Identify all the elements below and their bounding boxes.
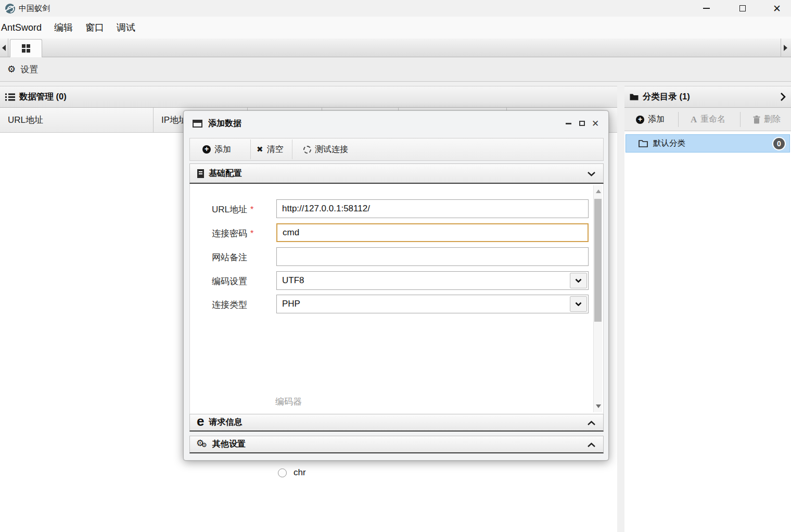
dialog-close-button[interactable]: ✕ — [589, 111, 602, 136]
chevron-up-icon — [587, 421, 596, 426]
gear-icon: ⚙ — [7, 64, 16, 75]
x-icon: ✖ — [257, 145, 263, 154]
panel-collapse-button[interactable] — [780, 92, 786, 102]
chevron-down-icon — [587, 171, 596, 176]
add-data-dialog: 添加数据 ✕ + 添加 ✖ 清空 测试连接 基础配置 URL地址* 连接密码* — [183, 110, 609, 461]
minimize-icon — [703, 8, 710, 9]
arrow-right-icon — [784, 45, 787, 51]
category-toolbar: + 添加 A 重命名 删除 — [624, 108, 791, 131]
list-icon — [5, 93, 15, 101]
chevron-down-icon — [575, 302, 582, 306]
tab-scroll-left-button[interactable] — [0, 39, 8, 57]
chevron-down-icon — [575, 278, 582, 283]
dialog-add-button[interactable]: + 添加 — [202, 138, 231, 160]
minimize-icon — [566, 123, 571, 124]
window-icon — [193, 120, 202, 128]
category-count-badge: 0 — [772, 137, 786, 150]
app-logo-icon — [5, 4, 15, 14]
encoding-label: 编码设置 — [212, 275, 247, 287]
scroll-down-icon[interactable] — [596, 404, 601, 408]
category-item-label: 默认分类 — [653, 138, 685, 149]
category-panel-title: 分类目录 (1) — [643, 91, 690, 103]
data-manager-title: 数据管理 (0) — [19, 91, 67, 103]
folder-outline-icon — [639, 140, 648, 147]
window-maximize-button[interactable] — [734, 0, 751, 17]
encoder-option-chr[interactable]: chr — [278, 467, 306, 478]
menu-debug[interactable]: 调试 — [110, 17, 142, 39]
maximize-icon — [739, 5, 746, 11]
form-scrollbar[interactable] — [593, 185, 602, 412]
scroll-up-icon[interactable] — [596, 189, 601, 193]
tab-scroll-right-button[interactable] — [781, 39, 790, 57]
radio-icon — [278, 468, 287, 477]
tab-home[interactable] — [10, 39, 42, 57]
dialog-maximize-button[interactable] — [575, 111, 589, 136]
tab-bar — [0, 39, 791, 57]
scrollbar-thumb[interactable] — [594, 199, 602, 322]
gears-icon: ⚙⚙ — [196, 439, 208, 450]
note-label: 网站备注 — [212, 251, 247, 263]
dialog-title: 添加数据 — [208, 118, 241, 129]
data-manager-header: 数据管理 (0) — [0, 86, 617, 108]
arrow-left-icon — [2, 45, 6, 51]
password-label: 连接密码* — [212, 227, 253, 239]
password-input[interactable] — [276, 223, 589, 242]
dialog-clear-button[interactable]: ✖ 清空 — [257, 138, 284, 160]
window-close-button[interactable]: ✕ — [768, 0, 786, 17]
category-item-default[interactable]: 默认分类 0 — [626, 134, 790, 153]
basic-config-form: URL地址* 连接密码* 网站备注 编码设置 UTF8 连接类型 PHP 编码器… — [189, 184, 604, 414]
menu-edit[interactable]: 编辑 — [48, 17, 79, 39]
dialog-minimize-button[interactable] — [562, 111, 575, 136]
spinner-icon — [303, 146, 311, 154]
menu-bar: AntSword 编辑 窗口 调试 — [0, 17, 791, 39]
request-icon: e — [197, 416, 204, 426]
section-other-settings[interactable]: ⚙⚙ 其他设置 — [189, 436, 604, 453]
document-icon — [197, 169, 204, 178]
url-input[interactable] — [276, 199, 589, 218]
titlebar: 中国蚁剑 ✕ — [0, 0, 791, 17]
encoding-select[interactable]: UTF8 — [276, 271, 589, 290]
category-add-button[interactable]: + 添加 — [636, 108, 665, 131]
close-icon: ✕ — [773, 4, 781, 14]
category-panel: 分类目录 (1) + 添加 A 重命名 删除 — [624, 86, 791, 532]
menu-antsword[interactable]: AntSword — [0, 17, 48, 39]
window-title: 中国蚁剑 — [19, 0, 50, 17]
column-header-url[interactable]: URL地址 — [0, 108, 154, 133]
rename-icon: A — [691, 115, 697, 125]
connection-type-label: 连接类型 — [212, 299, 247, 311]
maximize-icon — [579, 121, 585, 126]
section-basic-config[interactable]: 基础配置 — [189, 163, 604, 184]
chevron-right-icon — [780, 92, 786, 102]
connection-type-select[interactable]: PHP — [276, 295, 589, 313]
note-input[interactable] — [276, 247, 589, 266]
dialog-test-connection-button[interactable]: 测试连接 — [303, 138, 348, 160]
select-dropdown-button[interactable] — [570, 273, 587, 288]
plus-circle-icon: + — [202, 145, 211, 154]
category-rename-button[interactable]: A 重命名 — [691, 108, 725, 131]
category-delete-button[interactable]: 删除 — [753, 108, 781, 131]
grid-icon — [22, 44, 30, 53]
settings-bar[interactable]: ⚙ 设置 — [0, 57, 791, 82]
dialog-toolbar: + 添加 ✖ 清空 测试连接 — [189, 138, 604, 161]
category-panel-header: 分类目录 (1) — [624, 86, 791, 108]
close-icon: ✕ — [592, 119, 599, 128]
menu-window[interactable]: 窗口 — [79, 17, 110, 39]
encoder-label: 编码器 — [275, 396, 302, 408]
folder-icon — [630, 93, 639, 100]
required-asterisk: * — [250, 229, 253, 238]
trash-icon — [753, 116, 760, 124]
chevron-up-icon — [587, 442, 596, 448]
plus-circle-icon: + — [636, 116, 644, 124]
required-asterisk: * — [250, 205, 253, 214]
section-request-info[interactable]: e 请求信息 — [189, 414, 604, 432]
select-dropdown-button[interactable] — [570, 296, 587, 312]
url-label: URL地址* — [212, 204, 253, 216]
window-minimize-button[interactable] — [697, 0, 715, 17]
settings-label: 设置 — [20, 64, 38, 75]
dialog-titlebar[interactable]: 添加数据 ✕ — [184, 111, 608, 136]
